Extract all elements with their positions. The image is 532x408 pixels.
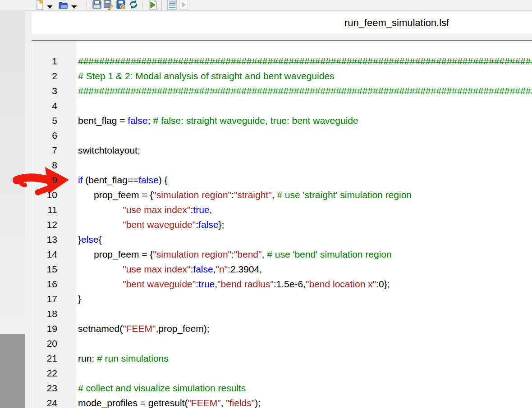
tab-run-feem-simulation[interactable]: run_feem_simulation.lsf <box>32 12 532 34</box>
line-number: 17 <box>32 291 57 306</box>
line-number: 15 <box>32 262 57 277</box>
code-token: # false: straight waveguide, true: bent … <box>153 115 358 126</box>
new-script-dropdown-icon[interactable] <box>47 3 53 11</box>
code-token: , <box>210 204 212 215</box>
code-line-6: 6 <box>32 128 532 143</box>
line-number: 1 <box>32 54 57 68</box>
code-text: ########################################… <box>78 83 532 98</box>
line-number: 20 <box>32 336 57 351</box>
code-line-21: 21run; # run simulations <box>32 351 532 366</box>
code-line-18: 18 <box>32 306 532 321</box>
code-token: # use 'bend' simulation region <box>267 249 392 259</box>
code-token: :1.5e-6, <box>274 279 306 289</box>
line-number: 6 <box>32 128 57 143</box>
line-number: 18 <box>32 306 57 321</box>
script-toolbar <box>0 0 532 11</box>
line-number: 2 <box>32 68 57 83</box>
code-line-8: 8 <box>32 158 532 172</box>
code-token: else <box>81 234 99 245</box>
code-token: # collect and visualize simulation resul… <box>78 383 246 393</box>
code-text: mode_profiles = getresult("FEEM", "field… <box>78 395 261 408</box>
line-number: 14 <box>32 247 57 262</box>
code-token: false <box>198 219 218 230</box>
code-lines: 1#######################################… <box>32 54 532 408</box>
code-token: true <box>193 204 209 215</box>
line-number: 4 <box>32 98 57 113</box>
code-text: if (bent_flag==false) { <box>78 172 167 187</box>
save-all-icon[interactable] <box>116 0 126 11</box>
open-script-dropdown-icon[interactable] <box>71 3 77 11</box>
code-line-4: 4 <box>32 98 532 113</box>
code-token: } <box>78 234 81 245</box>
code-token: mode_profiles = getresult( <box>78 398 188 408</box>
code-text: switchtolayout; <box>78 143 140 158</box>
code-line-9: 9if (bent_flag==false) { <box>32 172 532 187</box>
code-text: } <box>78 291 81 306</box>
line-number: 22 <box>32 366 57 381</box>
code-text: "use max index":false,"n":2.3904, <box>78 262 262 277</box>
save-icon[interactable] <box>92 0 102 11</box>
code-line-22: 22 <box>32 366 532 381</box>
code-token: ########################################… <box>78 86 532 96</box>
open-script-icon[interactable] <box>58 0 69 11</box>
code-token: bent_flag = <box>78 115 128 126</box>
code-token: false <box>128 115 147 126</box>
code-token: "FEEM" <box>188 398 220 408</box>
run-disabled-icon <box>179 0 188 11</box>
line-number: 19 <box>32 321 57 336</box>
code-line-20: 20 <box>32 336 532 351</box>
line-number: 16 <box>32 277 57 291</box>
code-text: ########################################… <box>78 54 532 68</box>
code-token <box>78 264 123 274</box>
line-number: 3 <box>32 83 57 98</box>
code-line-13: 13}else{ <box>32 232 532 247</box>
code-token: switchtolayout; <box>78 145 140 155</box>
code-token: , <box>272 190 277 200</box>
code-token: "bend location x" <box>306 279 376 289</box>
code-token: ########################################… <box>78 56 532 66</box>
code-token: :0}; <box>376 279 390 289</box>
run-script-icon[interactable] <box>148 0 158 11</box>
code-text: }else{ <box>78 232 102 247</box>
script-editor[interactable]: 1#######################################… <box>32 41 532 408</box>
code-token: ) { <box>159 175 168 185</box>
code-token <box>78 219 123 230</box>
code-line-2: 2# Step 1 & 2: Modal analysis of straigh… <box>32 68 532 83</box>
code-line-14: 14 prop_feem = {"simulation region":"ben… <box>32 247 532 262</box>
code-text: "use max index":true, <box>78 202 212 217</box>
line-number: 21 <box>32 351 57 366</box>
code-line-24: 24mode_profiles = getresult("FEEM", "fie… <box>32 395 532 408</box>
code-token: :2.3904, <box>228 264 262 274</box>
code-line-12: 12 "bent waveguide":false}; <box>32 217 532 232</box>
new-script-icon[interactable] <box>35 0 44 11</box>
code-line-3: 3#######################################… <box>32 83 532 98</box>
code-text: prop_feem = {"simulation region":"bend",… <box>78 247 392 262</box>
line-number: 5 <box>32 113 57 128</box>
code-text: setnamed("FEEM",prop_feem); <box>78 321 210 336</box>
code-token: "bent waveguide" <box>123 279 196 289</box>
code-text: # Step 1 & 2: Modal analysis of straight… <box>78 68 335 83</box>
code-token: "simulation region" <box>153 190 231 200</box>
line-number: 23 <box>32 381 57 395</box>
script-editor-window: { "toolbar": { "icons": [ "new-script-ic… <box>0 0 532 408</box>
code-token: setnamed( <box>78 323 123 334</box>
code-token: run; <box>78 353 97 363</box>
code-token: ,prop_feem); <box>156 323 209 334</box>
code-token: "use max index" <box>123 264 190 274</box>
code-token: , <box>262 249 267 259</box>
code-token: true <box>198 279 215 289</box>
code-text: "bent waveguide":true,"bend radius":1.5e… <box>78 277 390 291</box>
line-number: 13 <box>32 232 57 247</box>
refresh-icon[interactable] <box>128 0 139 11</box>
code-token: , <box>221 398 226 408</box>
scrollbar-thumb[interactable] <box>0 334 25 408</box>
code-token: }; <box>218 219 224 230</box>
code-token: false <box>193 264 213 274</box>
code-line-17: 17} <box>32 291 532 306</box>
code-text: "bent waveguide":false}; <box>78 217 224 232</box>
script-document-icon[interactable] <box>167 0 178 11</box>
code-line-16: 16 "bent waveguide":true,"bend radius":1… <box>32 277 532 291</box>
code-text: # collect and visualize simulation resul… <box>78 381 246 395</box>
code-line-10: 10 prop_feem = {"simulation region":"str… <box>32 187 532 202</box>
save-as-icon[interactable] <box>103 0 114 11</box>
